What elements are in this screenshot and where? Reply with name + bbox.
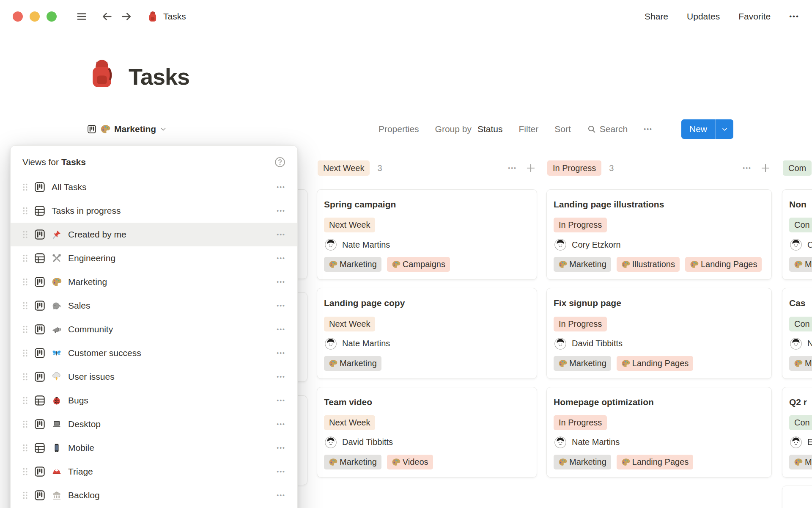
view-list-item-desktop[interactable]: Desktop ••• bbox=[11, 412, 297, 436]
drag-handle-icon[interactable] bbox=[22, 278, 28, 286]
task-card[interactable]: Homepage optimizationIn ProgressNate Mar… bbox=[546, 387, 772, 478]
view-list-item-user-issues[interactable]: User issues ••• bbox=[11, 365, 297, 389]
megaphone-icon bbox=[52, 324, 62, 334]
avatar bbox=[554, 436, 566, 448]
task-card[interactable]: CasConNM bbox=[782, 288, 812, 378]
drag-handle-icon[interactable] bbox=[22, 230, 28, 239]
view-list-item-community[interactable]: Community ••• bbox=[11, 318, 297, 341]
tools-icon bbox=[52, 253, 62, 263]
view-list-item-triage[interactable]: Triage ••• bbox=[11, 460, 297, 483]
view-item-more-icon[interactable]: ••• bbox=[277, 279, 285, 285]
view-type-icon bbox=[34, 371, 45, 382]
palette-icon bbox=[392, 260, 401, 269]
task-card[interactable] bbox=[782, 486, 812, 508]
view-list-item-all-tasks[interactable]: All Tasks ••• bbox=[11, 175, 297, 199]
drag-handle-icon[interactable] bbox=[22, 491, 28, 500]
drag-handle-icon[interactable] bbox=[22, 325, 28, 334]
view-item-more-icon[interactable]: ••• bbox=[277, 492, 285, 499]
task-card[interactable]: Spring campaignNext WeekNate MartinsMark… bbox=[317, 189, 537, 280]
view-item-more-icon[interactable]: ••• bbox=[277, 302, 285, 309]
column-status-pill[interactable]: Com bbox=[783, 160, 812, 176]
column-status-pill[interactable]: In Progress bbox=[547, 160, 601, 176]
view-item-more-icon[interactable]: ••• bbox=[277, 350, 285, 356]
drag-handle-icon[interactable] bbox=[22, 301, 28, 310]
task-card[interactable]: Q2 rConEM bbox=[782, 387, 812, 478]
view-item-more-icon[interactable]: ••• bbox=[277, 326, 285, 333]
tag-pill: Marketing bbox=[554, 455, 611, 469]
column-more-icon[interactable]: ••• bbox=[743, 165, 752, 171]
view-type-icon bbox=[34, 395, 45, 406]
board-column: Com•••NonConCMCasConNMQ2 rConEM bbox=[782, 158, 812, 508]
drag-handle-icon[interactable] bbox=[22, 444, 28, 452]
drag-handle-icon[interactable] bbox=[22, 373, 28, 381]
task-card[interactable]: Team videoNext WeekDavid TibbittsMarketi… bbox=[317, 387, 537, 478]
view-list-item-customer-success[interactable]: Customer success ••• bbox=[11, 341, 297, 365]
column-add-icon[interactable] bbox=[760, 163, 771, 174]
storm-icon bbox=[52, 372, 62, 382]
view-type-icon bbox=[34, 466, 45, 477]
drag-handle-icon[interactable] bbox=[22, 349, 28, 357]
card-title: Spring campaign bbox=[324, 199, 530, 210]
laptop-icon bbox=[52, 419, 62, 429]
column-more-icon[interactable]: ••• bbox=[508, 165, 517, 171]
view-list-item-tasks-in-progress[interactable]: Tasks in progress ••• bbox=[11, 199, 297, 223]
palette-icon bbox=[794, 458, 803, 467]
view-list-item-marketing[interactable]: Marketing ••• bbox=[11, 270, 297, 294]
task-card[interactable]: NonConCM bbox=[782, 189, 812, 280]
view-list-item-mobile[interactable]: Mobile ••• bbox=[11, 436, 297, 460]
drag-handle-icon[interactable] bbox=[22, 183, 28, 191]
view-item-more-icon[interactable]: ••• bbox=[277, 444, 285, 451]
column-status-pill[interactable]: Next Week bbox=[318, 160, 370, 176]
palette-icon bbox=[621, 260, 630, 269]
palette-icon bbox=[558, 359, 567, 368]
card-status-pill: Next Week bbox=[324, 317, 375, 331]
view-item-more-icon[interactable]: ••• bbox=[277, 255, 285, 262]
view-list-item-engineering[interactable]: Engineering ••• bbox=[11, 246, 297, 270]
view-list-item-sales[interactable]: Sales ••• bbox=[11, 294, 297, 318]
tag-pill: Illustrations bbox=[617, 257, 680, 272]
view-item-more-icon[interactable]: ••• bbox=[277, 184, 285, 190]
view-list-item-backlog[interactable]: Backlog ••• bbox=[11, 483, 297, 507]
task-card[interactable]: Landing page copyNext WeekNate MartinsMa… bbox=[317, 288, 537, 378]
task-card[interactable]: Landing page illustrationsIn ProgressCor… bbox=[546, 189, 772, 280]
task-card[interactable]: Fix signup pageIn ProgressDavid Tibbitts… bbox=[546, 288, 772, 378]
card-tags: MarketingCampaigns bbox=[324, 257, 530, 272]
view-type-icon bbox=[34, 300, 45, 311]
view-type-icon bbox=[34, 205, 45, 216]
tag-pill: Landing Pages bbox=[617, 356, 693, 371]
drag-handle-icon[interactable] bbox=[22, 420, 28, 428]
avatar bbox=[325, 239, 337, 251]
column-add-icon[interactable] bbox=[525, 163, 536, 174]
column-actions: ••• bbox=[743, 163, 771, 174]
card-assignee: N bbox=[789, 338, 812, 350]
card-assignee: David Tibbitts bbox=[554, 338, 765, 350]
view-item-more-icon[interactable]: ••• bbox=[277, 373, 285, 380]
palette-icon bbox=[558, 260, 567, 269]
tag-pill: Campaigns bbox=[387, 257, 450, 272]
palette-icon bbox=[329, 359, 337, 368]
view-list-item-bugs[interactable]: Bugs ••• bbox=[11, 389, 297, 412]
view-label: User issues bbox=[68, 372, 270, 382]
drag-handle-icon[interactable] bbox=[22, 254, 28, 262]
view-item-more-icon[interactable]: ••• bbox=[277, 397, 285, 404]
palette-icon bbox=[558, 458, 567, 467]
column-actions: ••• bbox=[508, 163, 536, 174]
drag-handle-icon[interactable] bbox=[22, 467, 28, 476]
card-title: Fix signup page bbox=[554, 298, 765, 309]
pin-icon bbox=[52, 229, 62, 240]
help-icon[interactable] bbox=[274, 157, 285, 168]
view-item-more-icon[interactable]: ••• bbox=[277, 207, 285, 214]
drag-handle-icon[interactable] bbox=[22, 396, 28, 405]
view-list-item-created-by-me[interactable]: Created by me ••• bbox=[11, 223, 297, 246]
drag-handle-icon[interactable] bbox=[22, 207, 28, 215]
card-title: Team video bbox=[324, 397, 530, 408]
view-item-more-icon[interactable]: ••• bbox=[277, 231, 285, 238]
views-popover-header: Views for Tasks bbox=[11, 146, 297, 175]
tag-pill: Videos bbox=[387, 455, 433, 469]
view-item-more-icon[interactable]: ••• bbox=[277, 468, 285, 475]
avatar bbox=[790, 338, 802, 350]
view-type-icon bbox=[34, 324, 45, 335]
avatar bbox=[554, 239, 566, 251]
column-count: 3 bbox=[377, 163, 382, 173]
view-item-more-icon[interactable]: ••• bbox=[277, 421, 285, 428]
